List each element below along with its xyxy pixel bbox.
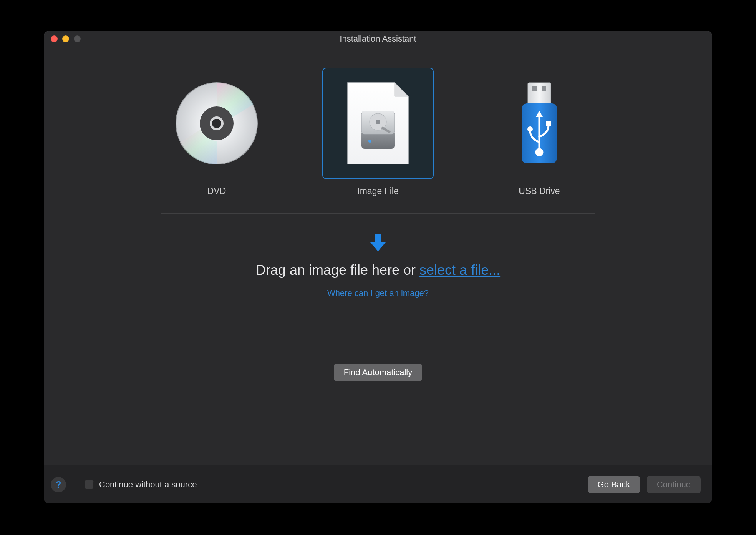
go-back-button[interactable]: Go Back [588,476,640,493]
option-image-file[interactable]: Image File [322,68,434,196]
svg-point-8 [368,140,371,143]
drop-prompt-text: Drag an image file here or [256,262,419,278]
continue-button: Continue [647,476,701,493]
content-area: DVD [44,47,712,465]
where-get-image-link[interactable]: Where can I get an image? [327,288,429,298]
find-automatically-button[interactable]: Find Automatically [334,364,423,381]
drop-area[interactable]: Drag an image file here or select a file… [256,234,500,298]
dvd-icon-box [161,68,272,179]
svg-point-3 [212,119,221,128]
titlebar: Installation Assistant [44,31,712,47]
arrow-down-icon [370,234,386,252]
svg-point-16 [527,126,533,132]
help-button[interactable]: ? [51,477,66,492]
installation-assistant-window: Installation Assistant [44,31,712,503]
minimize-icon[interactable] [62,35,69,42]
window-title: Installation Assistant [44,34,712,44]
svg-rect-9 [528,83,551,106]
svg-rect-17 [546,121,551,126]
usb-icon-box [484,68,595,179]
checkbox-icon [85,480,94,489]
option-dvd[interactable]: DVD [161,68,272,196]
option-usb-drive[interactable]: USB Drive [484,68,595,196]
zoom-icon [74,35,81,42]
option-dvd-label: DVD [207,186,226,196]
usb-drive-icon [516,81,562,166]
continue-without-source-label: Continue without a source [99,480,197,490]
image-file-icon-box [322,68,434,179]
window-controls [51,35,81,42]
close-icon[interactable] [51,35,58,42]
footer: ? Continue without a source Go Back Cont… [44,465,712,503]
image-file-icon [345,81,411,166]
continue-without-source-checkbox[interactable]: Continue without a source [85,480,197,490]
divider [161,213,595,214]
option-image-file-label: Image File [357,186,398,196]
source-options: DVD [161,68,595,196]
dvd-icon [174,81,259,166]
option-usb-drive-label: USB Drive [519,186,560,196]
svg-point-6 [376,120,380,124]
help-icon: ? [56,479,61,490]
drop-prompt: Drag an image file here or select a file… [256,262,500,278]
svg-rect-10 [532,86,537,91]
select-file-link[interactable]: select a file... [419,262,500,278]
svg-rect-11 [542,86,546,91]
